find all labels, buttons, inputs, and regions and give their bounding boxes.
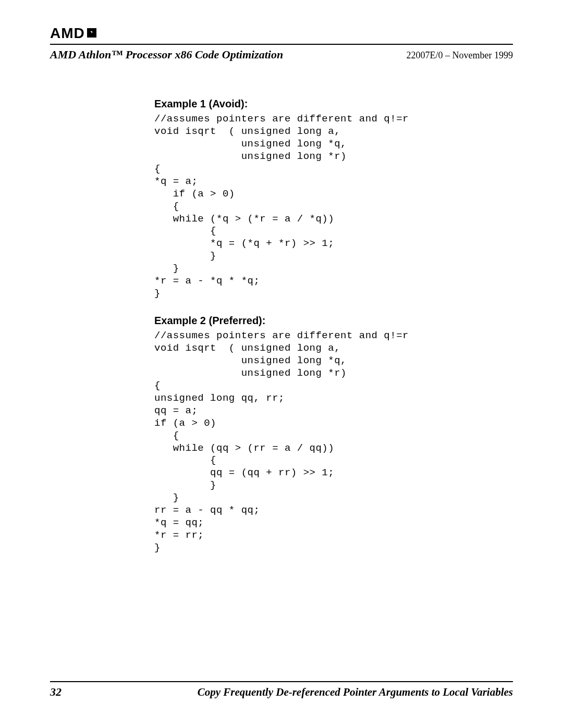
section-title: Copy Frequently De-referenced Pointer Ar… (198, 686, 513, 699)
example-2-heading: Example 2 (Preferred): (154, 315, 478, 327)
amd-logo-text: AMD (50, 25, 85, 42)
footer-rule (50, 681, 513, 682)
amd-logo-arrow-icon (86, 26, 97, 42)
document-id-date: 22007E/0 – November 1999 (407, 50, 513, 61)
footer-row: 32 Copy Frequently De-referenced Pointer… (50, 685, 513, 699)
header-rule (50, 44, 513, 45)
footer: 32 Copy Frequently De-referenced Pointer… (50, 679, 513, 699)
header-row: AMD Athlon™ Processor x86 Code Optimizat… (50, 48, 513, 61)
page: AMD AMD Athlon™ Processor x86 Code Optim… (0, 0, 563, 728)
example-1-heading: Example 1 (Avoid): (154, 98, 478, 110)
example-1-code: //assumes pointers are different and q!=… (154, 113, 478, 300)
page-number: 32 (50, 685, 62, 699)
document-title: AMD Athlon™ Processor x86 Code Optimizat… (50, 48, 283, 61)
amd-logo: AMD (50, 25, 513, 42)
example-2-code: //assumes pointers are different and q!=… (154, 330, 478, 554)
main-content: Example 1 (Avoid): //assumes pointers ar… (154, 98, 478, 554)
